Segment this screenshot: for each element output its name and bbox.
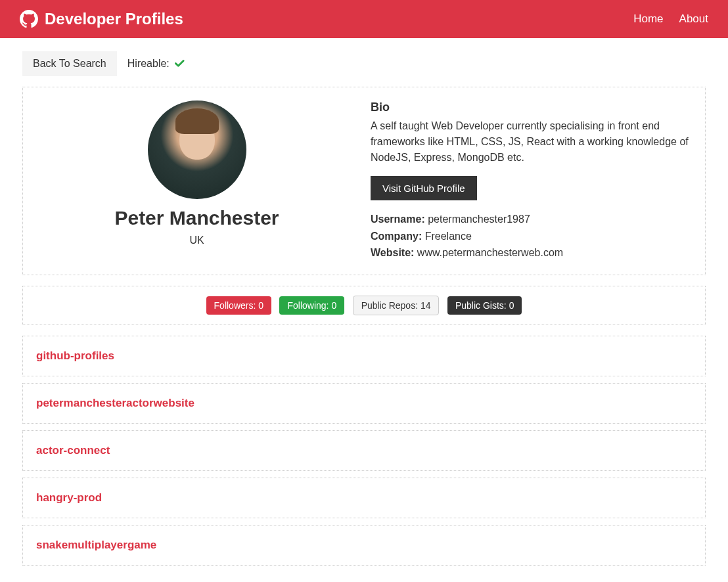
brand-title: Developer Profiles <box>45 10 183 28</box>
avatar <box>148 101 246 199</box>
repos-list: github-profiles petermanchesteractorwebs… <box>22 336 706 566</box>
navbar: Developer Profiles Home About <box>0 0 728 38</box>
website-row: Website: www.petermanchesterweb.com <box>371 244 692 261</box>
repo-card: github-profiles <box>22 336 706 376</box>
hireable-label: Hireable: <box>127 58 170 70</box>
repo-card: snakemultiplayergame <box>22 525 706 566</box>
repo-link[interactable]: hangry-prod <box>36 491 102 504</box>
profile-right: Bio A self taught Web Developer currentl… <box>371 101 692 261</box>
bio-text: A self taught Web Developer currently sp… <box>371 118 692 166</box>
username-row: Username: petermanchester1987 <box>371 211 692 228</box>
following-badge: Following: 0 <box>279 296 344 315</box>
navbar-links: Home About <box>633 12 708 26</box>
info-list: Username: petermanchester1987 Company: F… <box>371 211 692 261</box>
repo-link[interactable]: github-profiles <box>36 349 114 362</box>
stats-card: Followers: 0 Following: 0 Public Repos: … <box>22 286 706 325</box>
public-gists-badge: Public Gists: 0 <box>447 296 522 315</box>
profile-card: Peter Manchester UK Bio A self taught We… <box>22 87 706 275</box>
repo-card: petermanchesteractorwebsite <box>22 383 706 424</box>
bio-heading: Bio <box>371 101 692 114</box>
back-to-search-button[interactable]: Back To Search <box>22 51 117 76</box>
profile-left: Peter Manchester UK <box>36 101 357 261</box>
nav-link-home[interactable]: Home <box>633 12 663 26</box>
github-icon <box>20 10 38 28</box>
profile-location: UK <box>36 235 357 246</box>
check-icon <box>173 58 185 70</box>
repo-link[interactable]: petermanchesteractorwebsite <box>36 397 194 409</box>
navbar-brand[interactable]: Developer Profiles <box>20 10 183 28</box>
repo-link[interactable]: actor-connect <box>36 444 110 457</box>
repo-card: actor-connect <box>22 430 706 471</box>
visit-github-button[interactable]: Visit GitHub Profile <box>371 176 477 200</box>
nav-link-about[interactable]: About <box>679 12 708 26</box>
company-row: Company: Freelance <box>371 228 692 245</box>
repo-link[interactable]: snakemultiplayergame <box>36 539 156 551</box>
main-container: Back To Search Hireable: Peter Mancheste… <box>3 38 725 582</box>
repo-card: hangry-prod <box>22 478 706 518</box>
public-repos-badge: Public Repos: 14 <box>353 296 440 315</box>
profile-name: Peter Manchester <box>36 207 357 229</box>
followers-badge: Followers: 0 <box>206 296 271 315</box>
hireable-status: Hireable: <box>127 58 185 70</box>
top-row: Back To Search Hireable: <box>22 51 706 76</box>
